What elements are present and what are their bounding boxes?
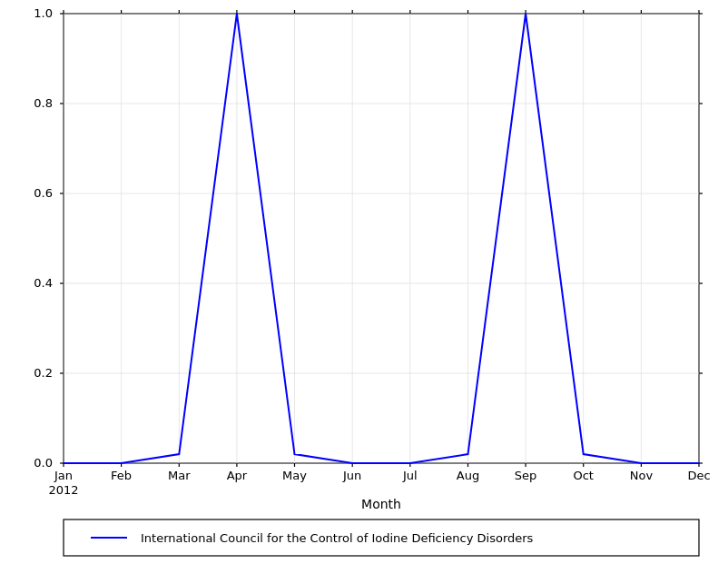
ylabel-04: 0.4: [34, 276, 53, 290]
legend-label: International Council for the Control of…: [141, 531, 534, 545]
chart-svg: 0.0 0.2 0.4 0.6 0.8 1.0 Jan 2012 Feb Mar…: [0, 0, 728, 564]
xlabel-jan: Jan: [54, 469, 73, 482]
ylabel-06: 0.6: [34, 186, 53, 200]
xlabel-jul: Jul: [402, 469, 418, 482]
xlabel-mar: Mar: [168, 469, 191, 482]
ylabel-02: 0.2: [34, 366, 53, 380]
ylabel-10: 1.0: [34, 6, 53, 20]
xlabel-jun: Jun: [342, 469, 361, 482]
xlabel-jan-year: 2012: [48, 483, 78, 497]
xlabel-may: May: [282, 469, 307, 482]
plot-area: [64, 14, 699, 463]
xlabel-sep: Sep: [515, 469, 537, 482]
xlabel-oct: Oct: [573, 469, 593, 482]
xlabel-dec: Dec: [687, 469, 710, 482]
xlabel-apr: Apr: [227, 469, 248, 482]
ylabel-0: 0.0: [34, 456, 53, 470]
ylabel-08: 0.8: [34, 96, 53, 110]
chart-container: 0.0 0.2 0.4 0.6 0.8 1.0 Jan 2012 Feb Mar…: [0, 0, 728, 564]
xlabel-feb: Feb: [111, 469, 132, 482]
xaxis-label: Month: [361, 497, 401, 511]
xlabel-nov: Nov: [630, 469, 654, 482]
xlabel-aug: Aug: [457, 469, 479, 482]
